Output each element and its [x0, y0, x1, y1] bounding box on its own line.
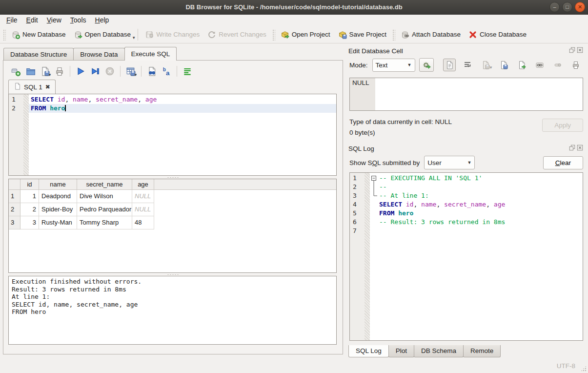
word-wrap-icon[interactable] — [461, 59, 474, 71]
tab-database-structure[interactable]: Database Structure — [3, 48, 74, 61]
close-button[interactable]: ✕ — [575, 2, 585, 12]
table-cell[interactable]: NULL — [132, 190, 154, 203]
maximize-button[interactable]: □ — [562, 2, 572, 12]
auto-apply-button[interactable] — [419, 58, 434, 72]
save-sql-file-icon[interactable]: ▼ — [39, 65, 51, 78]
code-line[interactable]: SELECT id, name, secret_name, age — [29, 95, 336, 104]
code-token: hero — [50, 104, 65, 112]
print-cell-icon[interactable] — [569, 59, 582, 71]
row-number[interactable]: 3 — [9, 216, 20, 229]
close-dock-icon[interactable] — [577, 145, 583, 152]
open-sql-file-icon[interactable] — [24, 65, 37, 78]
import-cell-icon[interactable] — [497, 59, 510, 71]
menu-tools[interactable]: Tools — [66, 15, 91, 26]
bottom-tab-sql-log[interactable]: SQL Log — [348, 345, 389, 357]
bottom-tab-remote[interactable]: Remote — [463, 345, 501, 357]
menu-help[interactable]: Help — [91, 15, 114, 26]
open-project-button[interactable]: Open Project — [277, 28, 334, 41]
toolbar-handle[interactable] — [2, 29, 6, 41]
editor-margin — [23, 94, 29, 175]
mode-select[interactable]: Text ▼ — [372, 59, 415, 72]
menu-view[interactable]: View — [42, 15, 66, 26]
save-results-icon[interactable]: ▼ — [124, 65, 137, 78]
table-cell[interactable]: Tommy Sharp — [77, 216, 132, 229]
sql-log-title: SQL Log — [348, 145, 569, 152]
new-database-button[interactable]: New Database — [7, 28, 70, 41]
toolbar-button-label: Save Project — [349, 31, 387, 38]
table-cell[interactable]: Rusty-Man — [39, 216, 77, 229]
menu-file[interactable]: File — [2, 15, 22, 26]
chevron-down-icon: ▼ — [48, 73, 52, 77]
toolbar-button-label: New Database — [22, 31, 66, 38]
replace-icon[interactable]: ba — [160, 65, 173, 78]
close-dock-icon[interactable] — [577, 47, 583, 55]
main-tab-bar: Database StructureBrowse DataExecute SQL — [3, 47, 343, 61]
row-number[interactable]: 2 — [9, 203, 20, 216]
cell-size-text: 0 byte(s) — [349, 127, 542, 138]
fold-marker[interactable] — [370, 191, 377, 200]
cell-editor[interactable]: NULL — [349, 78, 583, 111]
table-cell[interactable]: NULL — [132, 203, 154, 216]
tab-execute-sql[interactable]: Execute SQL — [124, 47, 177, 61]
cell-type-text: Type of data currently in cell: NULL — [349, 117, 542, 127]
print-icon[interactable] — [53, 65, 66, 78]
open-database-button[interactable]: Open Database▼ — [70, 28, 135, 41]
column-header-id[interactable]: id — [20, 179, 39, 189]
row-number[interactable]: 1 — [9, 190, 20, 203]
bottom-tab-plot[interactable]: Plot — [388, 345, 414, 357]
close-icon[interactable]: ✖ — [45, 83, 50, 90]
link-icon[interactable] — [533, 59, 546, 71]
find-icon[interactable] — [145, 65, 158, 78]
sql-editor[interactable]: 12SELECT id, name, secret_name, ageFROM … — [8, 94, 337, 176]
table-cell[interactable]: Dive Wilson — [77, 190, 132, 203]
svg-text:a: a — [166, 69, 170, 76]
code-token: secret_name — [96, 96, 138, 103]
fold-marker[interactable] — [370, 183, 377, 191]
toolbar-handle[interactable] — [392, 29, 395, 41]
column-header-name[interactable]: name — [39, 179, 77, 189]
filter-label: Show SQL submitted by — [349, 159, 424, 166]
table-cell[interactable]: 48 — [132, 216, 154, 229]
new-sql-tab-icon[interactable] — [9, 65, 22, 78]
code-token: FROM — [379, 209, 398, 217]
filter-value: User — [427, 159, 442, 166]
export-cell-icon[interactable] — [515, 59, 528, 71]
submitted-by-select[interactable]: User ▼ — [424, 156, 475, 169]
toolbar-handle[interactable] — [272, 29, 275, 41]
left-panel: Database StructureBrowse DataExecute SQL… — [0, 43, 343, 358]
sql-tab[interactable]: SQL 1 ✖ — [8, 80, 56, 94]
column-header-secret_name[interactable]: secret_name — [77, 179, 132, 189]
table-cell[interactable]: 1 — [20, 190, 39, 203]
fold-marker[interactable] — [370, 174, 377, 183]
table-cell[interactable]: 3 — [20, 216, 39, 229]
execute-current-line-icon[interactable] — [89, 65, 101, 78]
text-view-icon[interactable] — [443, 59, 456, 71]
clear-button[interactable]: Clear — [543, 156, 583, 169]
code-token: , — [413, 201, 421, 208]
attach-database-button[interactable]: Attach Database — [397, 28, 465, 41]
corner-header-cell[interactable] — [9, 179, 20, 189]
table-cell[interactable]: 2 — [20, 203, 39, 216]
minimize-button[interactable]: – — [549, 2, 560, 12]
code-line[interactable]: FROM hero — [29, 104, 336, 113]
float-dock-icon[interactable] — [569, 47, 575, 55]
chevron-down-icon: ▼ — [462, 160, 471, 165]
bottom-tab-db-schema[interactable]: DB Schema — [414, 345, 464, 357]
format-sql-icon[interactable] — [181, 65, 194, 78]
editor-code-area[interactable]: SELECT id, name, secret_name, ageFROM he… — [29, 94, 336, 175]
tab-browse-data[interactable]: Browse Data — [73, 48, 124, 61]
save-project-button[interactable]: Save Project — [334, 28, 391, 41]
close-database-button[interactable]: Close Database — [465, 28, 530, 41]
window-title: DB Browser for SQLite - /home/user/code/… — [0, 3, 588, 11]
open-database-icon — [74, 30, 82, 39]
float-dock-icon[interactable] — [569, 145, 575, 152]
table-cell[interactable]: Spider-Boy — [39, 203, 77, 216]
resize-grip[interactable] — [581, 366, 587, 372]
fold-empty — [370, 227, 377, 235]
table-cell[interactable]: Pedro Parqueador — [77, 203, 132, 216]
table-cell[interactable]: Deadpond — [39, 190, 77, 203]
execute-all-icon[interactable] — [74, 65, 87, 78]
column-header-age[interactable]: age — [132, 179, 154, 189]
main-toolbar: New DatabaseOpen Database▼Write ChangesR… — [0, 26, 588, 43]
menu-edit[interactable]: Edit — [22, 15, 42, 26]
